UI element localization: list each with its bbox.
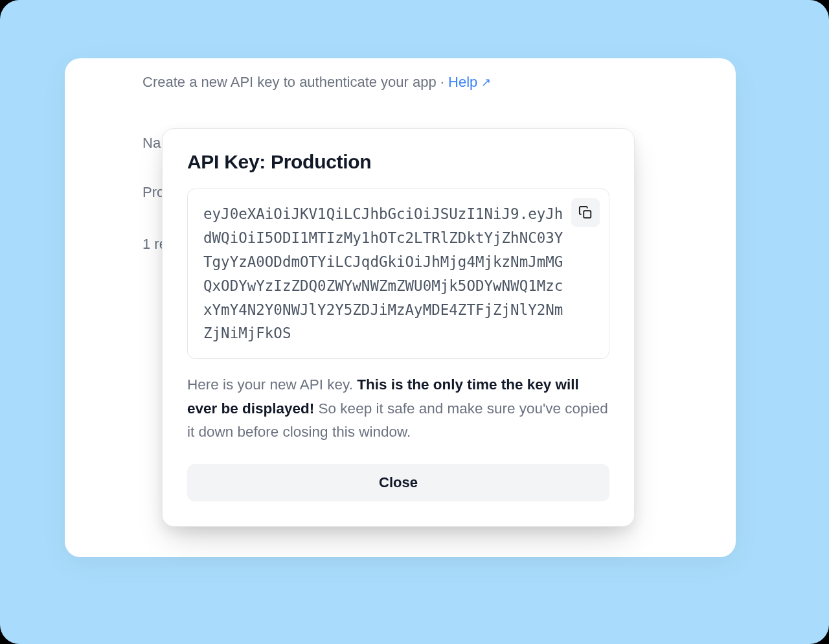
modal-title: API Key: Production: [187, 151, 609, 173]
close-button-label: Close: [379, 474, 418, 490]
warning-pre: Here is your new API key.: [187, 376, 357, 393]
help-link[interactable]: Help ↗: [448, 74, 491, 90]
help-link-label: Help: [448, 74, 477, 90]
api-key-value[interactable]: eyJ0eXAiOiJKV1QiLCJhbGciOiJSUzI1NiJ9.eyJ…: [203, 202, 563, 345]
copy-icon: [578, 205, 593, 220]
close-button[interactable]: Close: [187, 464, 609, 501]
warning-text: Here is your new API key. This is the on…: [187, 373, 609, 444]
api-key-box: eyJ0eXAiOiJKV1QiLCJhbGciOiJSUzI1NiJ9.eyJ…: [187, 189, 609, 359]
page-subtitle-text: Create a new API key to authenticate you…: [142, 74, 448, 90]
page-subtitle-row: Create a new API key to authenticate you…: [142, 74, 658, 91]
api-key-modal: API Key: Production eyJ0eXAiOiJKV1QiLCJh…: [162, 128, 635, 527]
copy-button[interactable]: [571, 198, 600, 227]
svg-rect-0: [584, 211, 591, 218]
external-link-icon: ↗: [481, 75, 491, 89]
